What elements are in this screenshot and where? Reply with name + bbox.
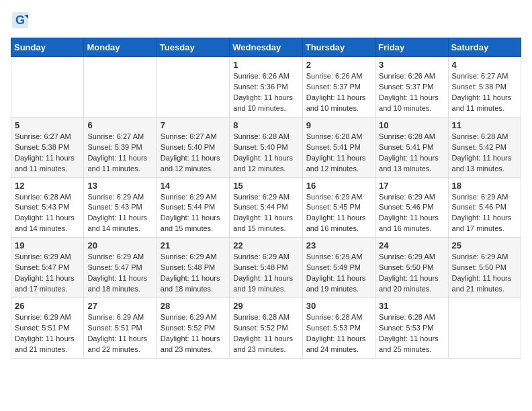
calendar-cell: 14Sunrise: 6:29 AMSunset: 5:44 PMDayligh… bbox=[157, 177, 229, 238]
day-info: Sunrise: 6:28 AMSunset: 5:41 PMDaylight:… bbox=[379, 132, 444, 175]
day-number: 18 bbox=[452, 181, 517, 191]
day-number: 5 bbox=[15, 120, 80, 130]
day-number: 9 bbox=[306, 120, 371, 130]
day-number: 17 bbox=[379, 181, 444, 191]
calendar-cell bbox=[448, 298, 521, 359]
day-number: 10 bbox=[379, 120, 444, 130]
day-info: Sunrise: 6:29 AMSunset: 5:45 PMDaylight:… bbox=[306, 192, 371, 235]
day-info: Sunrise: 6:29 AMSunset: 5:52 PMDaylight:… bbox=[161, 312, 226, 355]
page-header: G bbox=[11, 11, 521, 30]
calendar-cell: 9Sunrise: 6:28 AMSunset: 5:41 PMDaylight… bbox=[302, 117, 375, 177]
calendar-week-row: 12Sunrise: 6:28 AMSunset: 5:43 PMDayligh… bbox=[11, 177, 521, 238]
day-info: Sunrise: 6:27 AMSunset: 5:38 PMDaylight:… bbox=[452, 71, 517, 114]
logo: G bbox=[11, 11, 32, 30]
day-info: Sunrise: 6:27 AMSunset: 5:40 PMDaylight:… bbox=[161, 132, 226, 175]
day-info: Sunrise: 6:29 AMSunset: 5:44 PMDaylight:… bbox=[161, 192, 226, 235]
calendar-cell: 20Sunrise: 6:29 AMSunset: 5:47 PMDayligh… bbox=[84, 238, 157, 298]
day-info: Sunrise: 6:29 AMSunset: 5:48 PMDaylight:… bbox=[233, 252, 298, 295]
day-of-week-header: Tuesday bbox=[157, 38, 229, 57]
calendar-cell: 7Sunrise: 6:27 AMSunset: 5:40 PMDaylight… bbox=[157, 117, 229, 177]
day-number: 4 bbox=[452, 60, 517, 70]
day-number: 14 bbox=[161, 181, 226, 191]
calendar: SundayMondayTuesdayWednesdayThursdayFrid… bbox=[11, 38, 521, 359]
day-number: 1 bbox=[233, 60, 298, 70]
calendar-cell: 15Sunrise: 6:29 AMSunset: 5:44 PMDayligh… bbox=[230, 177, 302, 238]
day-number: 19 bbox=[15, 240, 80, 250]
day-info: Sunrise: 6:29 AMSunset: 5:50 PMDaylight:… bbox=[452, 252, 517, 295]
day-info: Sunrise: 6:28 AMSunset: 5:40 PMDaylight:… bbox=[233, 132, 298, 175]
day-info: Sunrise: 6:26 AMSunset: 5:37 PMDaylight:… bbox=[306, 71, 371, 114]
day-info: Sunrise: 6:29 AMSunset: 5:46 PMDaylight:… bbox=[379, 192, 444, 235]
calendar-week-row: 1Sunrise: 6:26 AMSunset: 5:36 PMDaylight… bbox=[11, 57, 521, 118]
calendar-cell: 17Sunrise: 6:29 AMSunset: 5:46 PMDayligh… bbox=[375, 177, 448, 238]
calendar-cell: 1Sunrise: 6:26 AMSunset: 5:36 PMDaylight… bbox=[230, 57, 302, 118]
day-info: Sunrise: 6:28 AMSunset: 5:53 PMDaylight:… bbox=[306, 312, 371, 355]
day-info: Sunrise: 6:26 AMSunset: 5:37 PMDaylight:… bbox=[379, 71, 444, 114]
day-number: 30 bbox=[306, 301, 371, 311]
day-info: Sunrise: 6:28 AMSunset: 5:42 PMDaylight:… bbox=[452, 132, 517, 175]
calendar-cell: 30Sunrise: 6:28 AMSunset: 5:53 PMDayligh… bbox=[302, 298, 375, 359]
day-number: 24 bbox=[379, 240, 444, 250]
day-info: Sunrise: 6:28 AMSunset: 5:43 PMDaylight:… bbox=[15, 192, 80, 235]
calendar-week-row: 26Sunrise: 6:29 AMSunset: 5:51 PMDayligh… bbox=[11, 298, 521, 359]
day-of-week-header: Thursday bbox=[302, 38, 375, 57]
calendar-cell: 23Sunrise: 6:29 AMSunset: 5:49 PMDayligh… bbox=[302, 238, 375, 298]
calendar-cell bbox=[157, 57, 229, 118]
day-number: 27 bbox=[87, 301, 152, 311]
day-info: Sunrise: 6:29 AMSunset: 5:43 PMDaylight:… bbox=[87, 192, 152, 235]
calendar-cell: 16Sunrise: 6:29 AMSunset: 5:45 PMDayligh… bbox=[302, 177, 375, 238]
day-number: 26 bbox=[15, 301, 80, 311]
calendar-cell: 11Sunrise: 6:28 AMSunset: 5:42 PMDayligh… bbox=[448, 117, 521, 177]
calendar-cell: 18Sunrise: 6:29 AMSunset: 5:46 PMDayligh… bbox=[448, 177, 521, 238]
calendar-cell: 6Sunrise: 6:27 AMSunset: 5:39 PMDaylight… bbox=[84, 117, 157, 177]
day-info: Sunrise: 6:29 AMSunset: 5:47 PMDaylight:… bbox=[87, 252, 152, 295]
calendar-cell: 13Sunrise: 6:29 AMSunset: 5:43 PMDayligh… bbox=[84, 177, 157, 238]
calendar-cell: 21Sunrise: 6:29 AMSunset: 5:48 PMDayligh… bbox=[157, 238, 229, 298]
day-number: 31 bbox=[379, 301, 444, 311]
calendar-cell: 29Sunrise: 6:28 AMSunset: 5:52 PMDayligh… bbox=[230, 298, 302, 359]
day-number: 6 bbox=[87, 120, 152, 130]
calendar-week-row: 19Sunrise: 6:29 AMSunset: 5:47 PMDayligh… bbox=[11, 238, 521, 298]
day-number: 12 bbox=[15, 181, 80, 191]
day-info: Sunrise: 6:29 AMSunset: 5:51 PMDaylight:… bbox=[15, 312, 80, 355]
day-number: 15 bbox=[233, 181, 298, 191]
day-info: Sunrise: 6:26 AMSunset: 5:36 PMDaylight:… bbox=[233, 71, 298, 114]
logo-icon: G bbox=[11, 11, 30, 30]
day-number: 28 bbox=[161, 301, 226, 311]
svg-text:G: G bbox=[15, 13, 25, 27]
day-info: Sunrise: 6:29 AMSunset: 5:47 PMDaylight:… bbox=[15, 252, 80, 295]
day-info: Sunrise: 6:29 AMSunset: 5:49 PMDaylight:… bbox=[306, 252, 371, 295]
calendar-header-row: SundayMondayTuesdayWednesdayThursdayFrid… bbox=[11, 38, 521, 57]
calendar-cell: 22Sunrise: 6:29 AMSunset: 5:48 PMDayligh… bbox=[230, 238, 302, 298]
calendar-week-row: 5Sunrise: 6:27 AMSunset: 5:38 PMDaylight… bbox=[11, 117, 521, 177]
day-info: Sunrise: 6:29 AMSunset: 5:51 PMDaylight:… bbox=[87, 312, 152, 355]
calendar-cell: 12Sunrise: 6:28 AMSunset: 5:43 PMDayligh… bbox=[11, 177, 84, 238]
day-number: 20 bbox=[87, 240, 152, 250]
day-number: 22 bbox=[233, 240, 298, 250]
calendar-cell: 28Sunrise: 6:29 AMSunset: 5:52 PMDayligh… bbox=[157, 298, 229, 359]
day-info: Sunrise: 6:28 AMSunset: 5:52 PMDaylight:… bbox=[233, 312, 298, 355]
day-info: Sunrise: 6:28 AMSunset: 5:41 PMDaylight:… bbox=[306, 132, 371, 175]
day-info: Sunrise: 6:27 AMSunset: 5:39 PMDaylight:… bbox=[87, 132, 152, 175]
calendar-cell: 26Sunrise: 6:29 AMSunset: 5:51 PMDayligh… bbox=[11, 298, 84, 359]
calendar-cell bbox=[11, 57, 84, 118]
calendar-cell: 10Sunrise: 6:28 AMSunset: 5:41 PMDayligh… bbox=[375, 117, 448, 177]
calendar-cell: 5Sunrise: 6:27 AMSunset: 5:38 PMDaylight… bbox=[11, 117, 84, 177]
day-info: Sunrise: 6:27 AMSunset: 5:38 PMDaylight:… bbox=[15, 132, 80, 175]
day-info: Sunrise: 6:29 AMSunset: 5:44 PMDaylight:… bbox=[233, 192, 298, 235]
day-number: 16 bbox=[306, 181, 371, 191]
calendar-cell bbox=[84, 57, 157, 118]
day-number: 11 bbox=[452, 120, 517, 130]
calendar-cell: 2Sunrise: 6:26 AMSunset: 5:37 PMDaylight… bbox=[302, 57, 375, 118]
calendar-cell: 19Sunrise: 6:29 AMSunset: 5:47 PMDayligh… bbox=[11, 238, 84, 298]
day-number: 29 bbox=[233, 301, 298, 311]
day-of-week-header: Monday bbox=[84, 38, 157, 57]
calendar-cell: 24Sunrise: 6:29 AMSunset: 5:50 PMDayligh… bbox=[375, 238, 448, 298]
day-number: 13 bbox=[87, 181, 152, 191]
calendar-cell: 31Sunrise: 6:28 AMSunset: 5:53 PMDayligh… bbox=[375, 298, 448, 359]
day-number: 21 bbox=[161, 240, 226, 250]
day-number: 3 bbox=[379, 60, 444, 70]
day-number: 2 bbox=[306, 60, 371, 70]
calendar-cell: 8Sunrise: 6:28 AMSunset: 5:40 PMDaylight… bbox=[230, 117, 302, 177]
calendar-cell: 25Sunrise: 6:29 AMSunset: 5:50 PMDayligh… bbox=[448, 238, 521, 298]
